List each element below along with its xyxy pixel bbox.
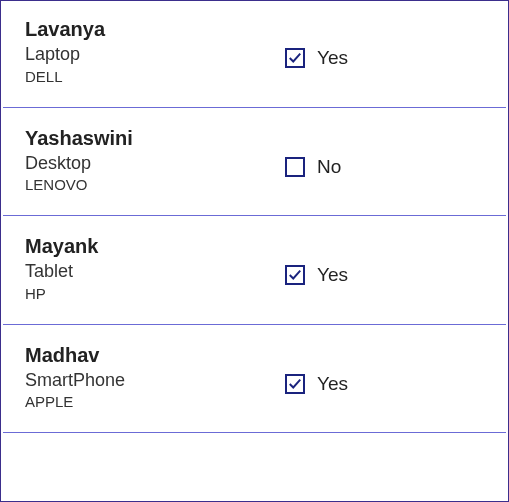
item-name: Yashaswini (25, 126, 285, 150)
item-checkbox[interactable] (285, 157, 305, 177)
item-name: Lavanya (25, 17, 285, 41)
item-check-label: Yes (317, 373, 348, 395)
item-checkbox[interactable] (285, 265, 305, 285)
check-icon (288, 377, 302, 391)
list-item: Madhav SmartPhone APPLE Yes (3, 325, 506, 434)
item-name: Madhav (25, 343, 285, 367)
check-icon (288, 268, 302, 282)
item-checkbox[interactable] (285, 374, 305, 394)
item-device: SmartPhone (25, 369, 285, 392)
item-check-col: Yes (285, 234, 348, 286)
item-device: Tablet (25, 260, 285, 283)
item-device: Desktop (25, 152, 285, 175)
item-brand: LENOVO (25, 176, 285, 193)
item-check-col: No (285, 126, 341, 178)
item-info: Yashaswini Desktop LENOVO (25, 126, 285, 194)
item-brand: DELL (25, 68, 285, 85)
item-check-label: Yes (317, 47, 348, 69)
item-info: Lavanya Laptop DELL (25, 17, 285, 85)
list-item: Lavanya Laptop DELL Yes (3, 3, 506, 108)
list-item: Mayank Tablet HP Yes (3, 216, 506, 325)
item-info: Mayank Tablet HP (25, 234, 285, 302)
bottom-spacer (3, 433, 506, 453)
outer-frame: Lavanya Laptop DELL Yes Yashaswini Deskt… (0, 0, 509, 502)
item-check-label: Yes (317, 264, 348, 286)
item-info: Madhav SmartPhone APPLE (25, 343, 285, 411)
item-brand: HP (25, 285, 285, 302)
list-item: Yashaswini Desktop LENOVO No (3, 108, 506, 217)
item-device: Laptop (25, 43, 285, 66)
item-check-label: No (317, 156, 341, 178)
item-checkbox[interactable] (285, 48, 305, 68)
scroll-area[interactable]: Lavanya Laptop DELL Yes Yashaswini Deskt… (3, 3, 506, 499)
item-brand: APPLE (25, 393, 285, 410)
item-check-col: Yes (285, 343, 348, 395)
item-check-col: Yes (285, 17, 348, 69)
check-icon (288, 51, 302, 65)
item-name: Mayank (25, 234, 285, 258)
